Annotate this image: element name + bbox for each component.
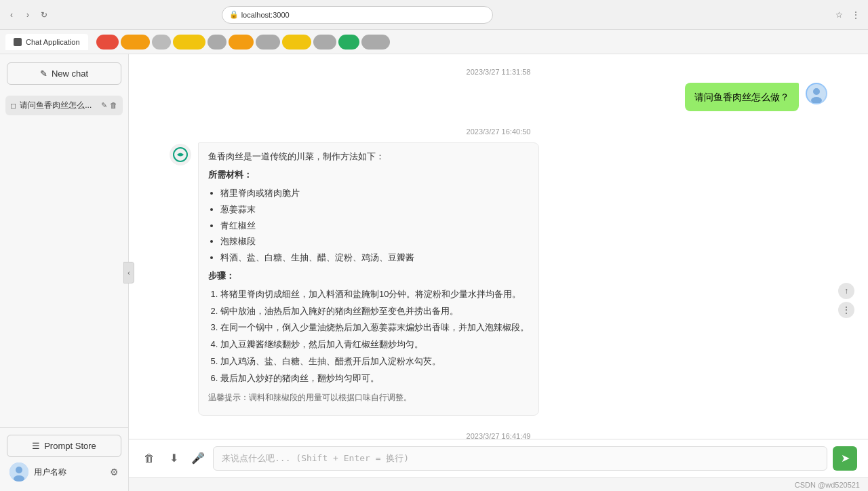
color-tab-11[interactable]	[361, 35, 390, 50]
send-button[interactable]: ➤	[833, 446, 857, 471]
color-tab-7[interactable]	[256, 35, 281, 50]
message-row: 鱼香肉丝是一道传统的川菜，制作方法如下： 所需材料： 猪里脊肉或猪肉脆片 葱姜蒜…	[170, 142, 827, 415]
microphone-icon: 🎤	[191, 452, 205, 465]
lock-icon: 🔒	[229, 10, 239, 19]
tab-title: Chat Application	[26, 38, 80, 46]
steps-title: 步骤：	[208, 269, 529, 283]
color-tab-3[interactable]	[152, 35, 171, 50]
ai-bubble: 鱼香肉丝是一道传统的川菜，制作方法如下： 所需材料： 猪里脊肉或猪肉脆片 葱姜蒜…	[198, 142, 539, 415]
list-item: 加入鸡汤、盐、白糖、生抽、醋煮开后加入淀粉水勾芡。	[220, 355, 529, 369]
message-timestamp: 2023/3/27 16:41:49	[170, 432, 827, 439]
sidebar-bottom: ☰ Prompt Store 用户名称 ⚙	[0, 427, 128, 491]
color-tab-1[interactable]	[96, 35, 119, 50]
list-item: 猪里脊肉或猪肉脆片	[220, 186, 529, 201]
scroll-up-button[interactable]: ↑	[838, 283, 854, 299]
color-tab-8[interactable]	[282, 35, 311, 50]
footer-bar: CSDN @wd520521	[129, 477, 868, 491]
app-container: ✎ New chat □ 请问鱼香肉丝怎么... ✎ 🗑 ‹ ☰ Prompt …	[0, 54, 868, 491]
avatar	[9, 463, 28, 482]
message-group: 2023/3/27 16:41:49 宫保鸡丁怎么做	[170, 432, 827, 439]
prompt-store-icon: ☰	[32, 441, 40, 451]
scroll-dots-button[interactable]: ⋮	[838, 302, 854, 318]
color-tab-6[interactable]	[229, 35, 254, 50]
color-tab-10[interactable]	[338, 35, 359, 50]
export-button[interactable]: ⬇	[164, 449, 183, 468]
message-group: 2023/3/27 11:31:58 请问鱼香肉丝怎么做？	[170, 68, 827, 111]
forward-button[interactable]: ›	[22, 9, 34, 21]
list-item: 泡辣椒段	[220, 235, 529, 249]
steps-list: 将猪里脊肉切成细丝，加入料酒和盐腌制10分钟。将淀粉和少量水拌均备用。 锅中放油…	[208, 288, 529, 386]
list-item[interactable]: □ 请问鱼香肉丝怎么... ✎ 🗑	[5, 96, 123, 115]
list-item: 料酒、盐、白糖、生抽、醋、淀粉、鸡汤、豆瓣酱	[220, 251, 529, 265]
user-info: 用户名称 ⚙	[7, 457, 121, 484]
ingredients-list: 猪里脊肉或猪肉脆片 葱姜蒜末 青红椒丝 泡辣椒段 料酒、盐、白糖、生抽、醋、淀粉…	[208, 186, 529, 265]
user-bubble: 请问鱼香肉丝怎么做？	[685, 83, 799, 111]
list-item: 加入豆瓣酱继续翻炒，然后加入青红椒丝翻炒均匀。	[220, 338, 529, 352]
refresh-button[interactable]: ↻	[38, 9, 50, 21]
user-name-label: 用户名称	[34, 467, 104, 478]
tab-favicon	[14, 38, 22, 46]
scroll-controls: ↑ ⋮	[838, 283, 854, 318]
ai-intro: 鱼香肉丝是一道传统的川菜，制作方法如下：	[208, 150, 529, 164]
chat-item-actions: ✎ 🗑	[101, 101, 117, 110]
list-item: 在同一个锅中，倒入少量油烧热后加入葱姜蒜末煸炒出香味，并加入泡辣椒段。	[220, 321, 529, 335]
delete-conversation-button[interactable]: 🗑	[140, 449, 159, 468]
browser-tab[interactable]: Chat Application	[5, 34, 88, 50]
chat-messages: 2023/3/27 11:31:58 请问鱼香肉丝怎么做？ 2023/3/27 …	[129, 54, 868, 439]
input-area: 🗑 ⬇ 🎤 ➤	[129, 439, 868, 477]
sidebar: ✎ New chat □ 请问鱼香肉丝怎么... ✎ 🗑 ‹ ☰ Prompt …	[0, 54, 129, 491]
color-tab-9[interactable]	[313, 35, 336, 50]
prompt-store-label: Prompt Store	[44, 441, 96, 451]
chat-input[interactable]	[213, 446, 827, 471]
list-item: 将猪里脊肉切成细丝，加入料酒和盐腌制10分钟。将淀粉和少量水拌均备用。	[220, 288, 529, 302]
message-timestamp: 2023/3/27 11:31:58	[170, 68, 827, 76]
chat-item-icon: □	[11, 101, 16, 111]
menu-icon[interactable]: ⋮	[849, 8, 863, 22]
back-button[interactable]: ‹	[5, 9, 18, 21]
color-tabs	[96, 35, 390, 50]
settings-icon[interactable]: ⚙	[110, 467, 119, 477]
tab-bar: Chat Application	[0, 30, 868, 54]
svg-point-4	[813, 88, 820, 95]
sidebar-collapse-button[interactable]: ‹	[123, 262, 134, 283]
list-item: 锅中放油，油热后加入腌好的猪肉丝翻炒至变色并捞出备用。	[220, 305, 529, 319]
prompt-store-button[interactable]: ☰ Prompt Store	[7, 435, 121, 457]
footer-credit: CSDN @wd520521	[795, 481, 860, 489]
plus-icon: ✎	[40, 68, 47, 79]
ai-avatar-icon	[170, 144, 191, 165]
browser-bar: ‹ › ↻ 🔒 localhost:3000 ☆ ⋮	[0, 0, 868, 30]
export-icon: ⬇	[170, 452, 178, 465]
message-timestamp: 2023/3/27 16:40:50	[170, 127, 827, 136]
ai-tip: 温馨提示：调料和辣椒段的用量可以根据口味自行调整。	[208, 391, 529, 404]
message-row: 请问鱼香肉丝怎么做？	[170, 83, 827, 111]
send-icon: ➤	[841, 452, 850, 465]
color-tab-4[interactable]	[173, 35, 205, 50]
chat-item-text: 请问鱼香肉丝怎么...	[20, 100, 97, 111]
new-chat-label: New chat	[52, 68, 88, 79]
trash-icon: 🗑	[144, 452, 155, 465]
collapse-icon: ‹	[127, 269, 130, 277]
delete-icon[interactable]: 🗑	[110, 101, 117, 110]
color-tab-5[interactable]	[208, 35, 226, 50]
list-item: 青红椒丝	[220, 219, 529, 233]
message-group: 2023/3/27 16:40:50 鱼香肉丝是一道传统的川菜，制作方法如下： …	[170, 127, 827, 415]
edit-icon[interactable]: ✎	[101, 101, 107, 110]
browser-actions: ☆ ⋮	[833, 8, 863, 22]
color-tab-2[interactable]	[121, 35, 149, 50]
svg-point-1	[16, 467, 22, 473]
sidebar-top: ✎ New chat	[0, 54, 128, 93]
user-avatar-icon	[806, 83, 827, 104]
bookmark-icon[interactable]: ☆	[833, 8, 846, 22]
chat-main: 2023/3/27 11:31:58 请问鱼香肉丝怎么做？ 2023/3/27 …	[129, 54, 868, 491]
list-item: 最后加入炒好的猪肉丝，翻炒均匀即可。	[220, 372, 529, 386]
address-text: localhost:3000	[241, 11, 290, 19]
voice-button[interactable]: 🎤	[189, 449, 208, 468]
new-chat-button[interactable]: ✎ New chat	[7, 62, 121, 85]
list-item: 葱姜蒜末	[220, 203, 529, 217]
ai-section-title-0: 所需材料：	[208, 168, 529, 182]
chat-list: □ 请问鱼香肉丝怎么... ✎ 🗑	[0, 93, 128, 427]
address-bar[interactable]: 🔒 localhost:3000	[222, 6, 493, 24]
